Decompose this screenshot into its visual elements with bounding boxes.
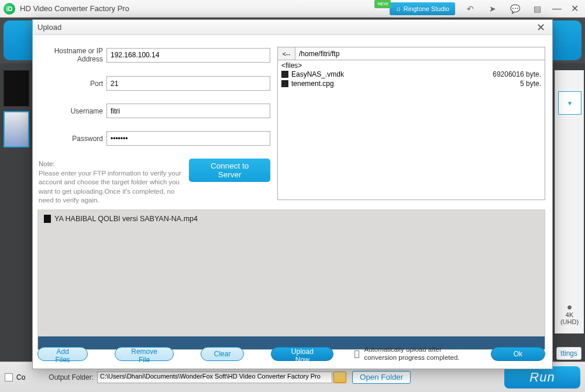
- remote-path: /home/fitri/ftp: [295, 50, 545, 58]
- app-logo-icon: iD: [4, 3, 15, 15]
- auto-upload-label: Automatically upload after conversion pr…: [364, 346, 463, 362]
- file-name: tenement.cpg: [291, 80, 520, 88]
- ok-button[interactable]: Ok: [491, 347, 545, 361]
- port-input[interactable]: [106, 76, 270, 91]
- add-files-button[interactable]: Add Files: [37, 347, 88, 361]
- file-icon: [281, 71, 288, 78]
- video-thumbnail[interactable]: [4, 70, 29, 106]
- connect-button[interactable]: Connect to Server: [189, 159, 270, 182]
- run-button[interactable]: Run: [504, 366, 580, 388]
- remote-file-browser: <-- /home/fitri/ftp <files> EasyNAS_.vmd…: [277, 47, 545, 200]
- note-heading: Note:: [39, 160, 55, 167]
- resolution-4k-label: 4K (UHD): [555, 311, 584, 325]
- host-label: Hostname or IP Address: [36, 47, 106, 63]
- auto-upload-checkbox[interactable]: [355, 350, 359, 358]
- combine-checkbox[interactable]: [5, 373, 13, 381]
- remove-file-button[interactable]: Remove File: [115, 347, 173, 361]
- username-input[interactable]: [106, 104, 270, 118]
- new-badge: NEW: [374, 0, 391, 8]
- file-icon: [44, 215, 51, 223]
- send-icon[interactable]: ➤: [483, 3, 502, 15]
- undo-icon[interactable]: ↶: [461, 3, 480, 15]
- files-header: <files>: [281, 61, 541, 70]
- comment-icon[interactable]: 💬: [505, 3, 524, 15]
- list-icon[interactable]: ▤: [528, 3, 546, 15]
- upload-queue: YA HABIBAL QOLBI versi SABYAN-NA.mp4: [37, 209, 545, 350]
- queue-item-name: YA HABIBAL QOLBI versi SABYAN-NA.mp4: [54, 215, 198, 223]
- dialog-title: Upload: [37, 23, 61, 32]
- upload-now-button[interactable]: Upload Now: [271, 347, 333, 361]
- remote-file-row[interactable]: tenement.cpg 5 byte.: [281, 79, 541, 88]
- video-thumbnail[interactable]: [4, 111, 29, 147]
- file-icon: [281, 80, 288, 87]
- minimize-button[interactable]: —: [550, 3, 564, 15]
- file-size: 69206016 byte.: [493, 70, 541, 78]
- output-folder-label: Output Folder:: [49, 373, 94, 381]
- remote-file-row[interactable]: EasyNAS_.vmdk 69206016 byte.: [281, 70, 541, 79]
- ringtone-studio-button[interactable]: ♫ Ringtone Studio: [390, 2, 455, 15]
- browse-folder-icon[interactable]: [333, 372, 346, 383]
- settings-link[interactable]: ttings: [556, 347, 581, 360]
- dialog-action-bar: Add Files Remove File Clear Upload Now A…: [37, 344, 545, 364]
- ringtone-label: Ringtone Studio: [404, 5, 449, 12]
- output-folder-path[interactable]: C:\Users\Dhani\Documents\WonderFox Soft\…: [97, 372, 332, 383]
- note-body: Please enter your FTP information to ver…: [39, 170, 181, 204]
- back-button[interactable]: <--: [278, 47, 295, 60]
- format-dropdown[interactable]: [558, 91, 581, 115]
- file-name: EasyNAS_.vmdk: [291, 70, 493, 78]
- auto-upload-option[interactable]: Automatically upload after conversion pr…: [355, 346, 463, 362]
- app-title: HD Video Converter Factory Pro: [20, 4, 129, 13]
- password-label: Password: [36, 135, 106, 143]
- bell-icon: ♫: [395, 5, 400, 12]
- combine-label-fragment: Co: [16, 373, 25, 381]
- queue-item[interactable]: YA HABIBAL QOLBI versi SABYAN-NA.mp4: [44, 215, 539, 223]
- host-input[interactable]: [106, 48, 270, 63]
- open-folder-button[interactable]: Open Folder: [352, 371, 411, 384]
- upload-dialog: Upload ✕ Hostname or IP Address Port Use…: [32, 19, 553, 369]
- ftp-note: Note: Please enter your FTP information …: [36, 159, 185, 205]
- password-input[interactable]: [106, 131, 270, 146]
- app-titlebar: iD HD Video Converter Factory Pro NEW ♫ …: [0, 0, 585, 18]
- file-size: 5 byte.: [520, 80, 541, 88]
- clear-button[interactable]: Clear: [201, 347, 245, 361]
- username-label: Username: [36, 107, 106, 115]
- remote-file-list[interactable]: <files> EasyNAS_.vmdk 69206016 byte. ten…: [278, 60, 545, 200]
- output-format-panel: ● 4K (UHD): [555, 70, 584, 333]
- dialog-titlebar: Upload ✕: [33, 20, 552, 35]
- ftp-form: Hostname or IP Address Port Username Pas…: [36, 47, 270, 205]
- port-label: Port: [36, 80, 106, 88]
- close-app-button[interactable]: ✕: [567, 3, 581, 15]
- dialog-close-button[interactable]: ✕: [534, 21, 548, 34]
